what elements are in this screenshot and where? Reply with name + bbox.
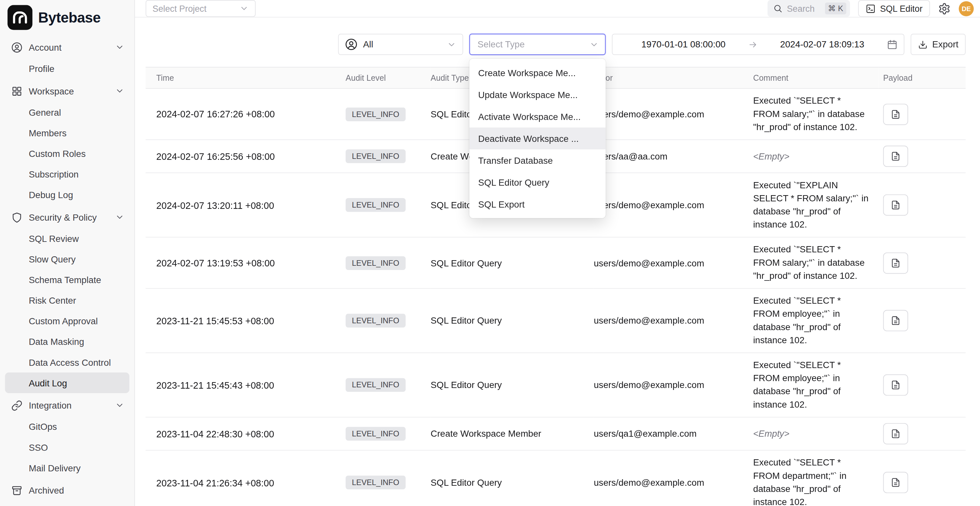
payload-cell [878,140,966,173]
type-menu-item-transfer-database[interactable]: Transfer Database [469,150,606,171]
sidebar-item-account[interactable]: Account [5,36,129,58]
grid-icon [11,85,22,96]
audit-time: 2024-02-07 13:19:53 +08:00 [145,237,340,289]
sidebar-item-custom-approval[interactable]: Custom Approval [5,310,129,331]
sidebar-item-label: Audit Log [29,378,67,388]
payload-cell [878,450,966,506]
topbar: Select Project Search ⌘ K SQL Editor DE [135,0,980,18]
sidebar-item-label: Data Access Control [29,357,111,368]
sidebar-item-label: Members [29,128,67,138]
sidebar-item-label: Workspace [29,86,74,96]
type-filter-placeholder: Select Type [477,39,525,49]
chevron-down-icon [447,40,456,49]
sidebar-item-label: Profile [29,64,54,73]
audit-level-cell: LEVEL_INFO [340,417,431,450]
audit-level-badge: LEVEL_INFO [345,150,405,163]
sidebar-item-label: Integration [29,400,72,411]
sidebar-item-profile[interactable]: Profile [5,58,129,79]
type-filter-select[interactable]: Select Type Create Workspace Me...Update… [469,33,606,55]
audit-level-cell: LEVEL_INFO [340,140,431,173]
audit-time: 2024-02-07 13:20:11 +08:00 [145,173,340,237]
file-icon [891,429,901,439]
table-row: 2023-11-04 21:26:34 +08:00LEVEL_INFOSQL … [145,450,966,506]
sidebar-item-archived[interactable]: Archived [5,479,129,501]
column-header-audit-level: Audit Level [340,67,431,89]
sidebar-item-risk-center[interactable]: Risk Center [5,290,129,310]
sidebar-item-label: Custom Roles [29,148,86,159]
calendar-icon [887,39,897,50]
payload-view-button[interactable] [883,252,908,273]
project-select[interactable]: Select Project [145,0,256,17]
payload-view-button[interactable] [883,472,908,493]
payload-cell [878,353,966,417]
sidebar-item-data-access-control[interactable]: Data Access Control [5,352,129,372]
chevron-down-icon [239,3,249,13]
audit-comment: Executed `"SELECT * FROM department;"` i… [753,450,878,506]
sidebar-item-security-policy[interactable]: Security & Policy [5,206,129,228]
sidebar-item-general[interactable]: General [5,102,129,123]
payload-view-button[interactable] [883,194,908,216]
sidebar-item-debug-log[interactable]: Debug Log [5,185,129,205]
sidebar-item-data-masking[interactable]: Data Masking [5,331,129,352]
payload-view-button[interactable] [883,374,908,396]
user-circle-icon [11,41,22,53]
sidebar-item-sso[interactable]: SSO [5,437,129,457]
payload-view-button[interactable] [883,103,908,124]
sidebar-item-mail-delivery[interactable]: Mail Delivery [5,458,129,478]
sidebar-item-gitops[interactable]: GitOps [5,416,129,437]
audit-level-cell: LEVEL_INFO [340,450,431,506]
audit-actor: users/demo@example.com [593,288,753,353]
audit-type: SQL Editor Query [431,237,593,289]
sidebar-item-audit-log[interactable]: Audit Log [5,372,129,393]
search-placeholder: Search [787,3,815,14]
sidebar-item-workspace[interactable]: Workspace [5,80,129,102]
user-circle-icon [345,38,357,51]
settings-gear-icon[interactable] [938,2,951,15]
audit-time: 2023-11-04 22:48:30 +08:00 [145,417,340,450]
type-menu-item-sql-editor-query[interactable]: SQL Editor Query [469,171,606,193]
actor-filter-select[interactable]: All [338,33,463,55]
type-menu-item-create-workspace-me[interactable]: Create Workspace Me... [469,62,606,84]
export-button[interactable]: Export [911,33,966,55]
date-range-picker[interactable]: 1970-01-01 08:00:00 2024-02-07 18:09:13 [612,33,905,55]
sidebar-item-label: Archived [29,485,64,496]
audit-comment: Executed `"SELECT * FROM salary;"` in da… [753,237,878,289]
file-icon [891,477,901,488]
type-menu-item-activate-workspace-me[interactable]: Activate Workspace Me... [469,106,606,127]
payload-view-button[interactable] [883,310,908,331]
search-input[interactable]: Search ⌘ K [767,0,850,17]
audit-type: SQL Editor Query [431,288,593,353]
sidebar-item-custom-roles[interactable]: Custom Roles [5,143,129,164]
sidebar-item-label: Subscription [29,169,79,179]
sidebar-nav: AccountProfileWorkspaceGeneralMembersCus… [5,36,129,501]
sidebar-item-integration[interactable]: Integration [5,394,129,416]
payload-view-button[interactable] [883,423,908,444]
date-from: 1970-01-01 08:00:00 [621,39,746,49]
payload-cell [878,237,966,289]
payload-view-button[interactable] [883,145,908,167]
payload-cell [878,89,966,140]
audit-comment: Executed `"SELECT * FROM employee;"` in … [753,288,878,353]
project-select-label: Select Project [153,3,207,14]
user-avatar[interactable]: DE [959,1,974,16]
audit-actor: users/demo@example.com [593,237,753,289]
type-menu-item-update-workspace-me[interactable]: Update Workspace Me... [469,84,606,106]
audit-level-badge: LEVEL_INFO [345,198,405,212]
sidebar-item-schema-template[interactable]: Schema Template [5,269,129,290]
audit-actor: users/qa1@example.com [593,417,753,450]
audit-comment: <Empty> [753,140,878,173]
type-menu-item-deactivate-workspace[interactable]: Deactivate Workspace ... [469,127,606,150]
audit-time: 2024-02-07 16:25:56 +08:00 [145,140,340,173]
type-menu-item-sql-export[interactable]: SQL Export [469,193,606,215]
shield-icon [11,212,22,223]
sidebar-item-sql-review[interactable]: SQL Review [5,228,129,249]
sidebar-item-slow-query[interactable]: Slow Query [5,249,129,269]
brand[interactable]: Bytebase [5,3,129,35]
audit-actor: users/demo@example.com [593,173,753,237]
sidebar-item-label: Account [29,42,62,52]
sidebar-item-subscription[interactable]: Subscription [5,164,129,185]
sql-editor-button[interactable]: SQL Editor [858,0,930,17]
sidebar-item-label: SQL Review [29,233,79,243]
audit-level-badge: LEVEL_INFO [345,314,405,328]
sidebar-item-members[interactable]: Members [5,123,129,143]
